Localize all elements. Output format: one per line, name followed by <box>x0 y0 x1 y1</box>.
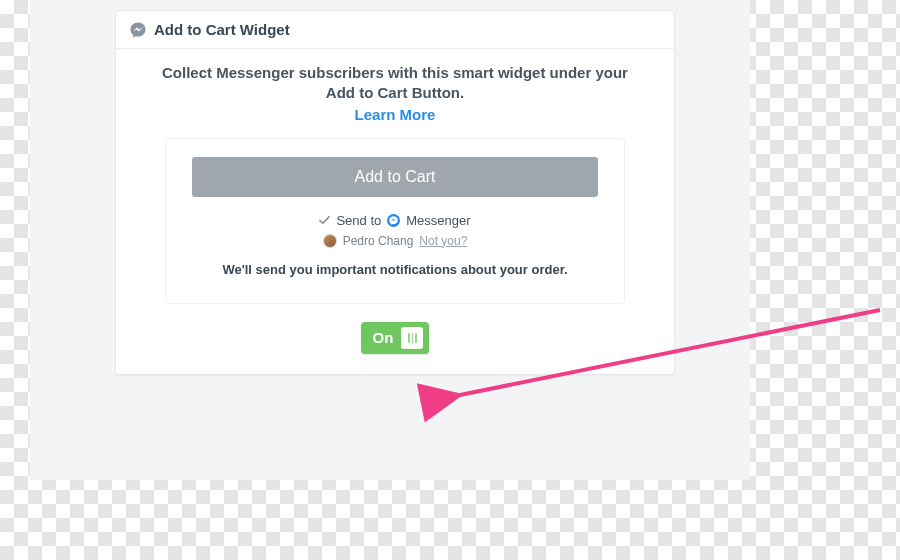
user-identity-row: Pedro Chang Not you? <box>192 234 598 248</box>
user-name: Pedro Chang <box>343 234 414 248</box>
widget-enable-toggle[interactable]: On <box>361 322 430 354</box>
send-to-messenger-row: Send to Messenger <box>192 213 598 228</box>
card-description: Collect Messenger subscribers with this … <box>155 63 635 104</box>
notification-text: We'll send you important notifications a… <box>192 262 598 277</box>
card-header: Add to Cart Widget <box>116 11 674 49</box>
learn-more-link[interactable]: Learn More <box>355 106 436 123</box>
messenger-icon <box>387 214 400 227</box>
not-you-link[interactable]: Not you? <box>419 234 467 248</box>
send-to-label: Send to <box>336 213 381 228</box>
widget-preview: Add to Cart Send to Messenger Pedro <box>165 138 625 304</box>
add-to-cart-widget-card: Add to Cart Widget Collect Messenger sub… <box>115 10 675 375</box>
card-body: Collect Messenger subscribers with this … <box>116 49 674 374</box>
add-to-cart-button[interactable]: Add to Cart <box>192 157 598 197</box>
card-title: Add to Cart Widget <box>154 21 290 38</box>
avatar <box>323 234 337 248</box>
toggle-handle-icon <box>401 327 423 349</box>
checkmark-icon <box>319 215 330 226</box>
toggle-label: On <box>373 329 394 346</box>
messenger-icon <box>130 22 146 38</box>
toggle-row: On <box>136 322 654 354</box>
messenger-label: Messenger <box>406 213 470 228</box>
